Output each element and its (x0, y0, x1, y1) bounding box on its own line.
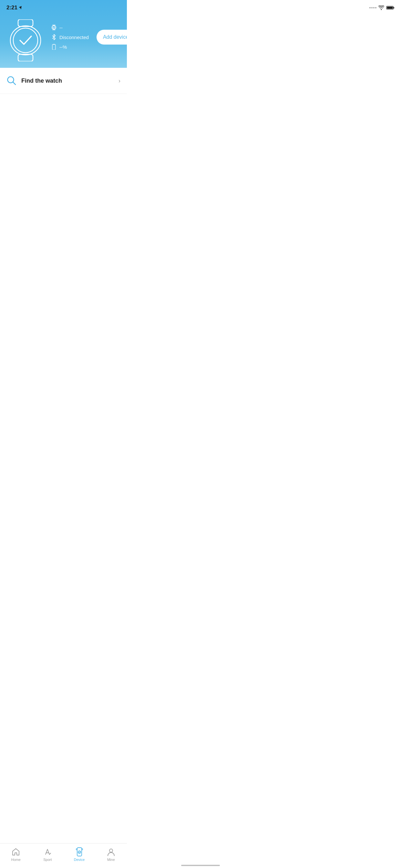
device-info: -- Disconnected --% (51, 25, 89, 50)
add-device-button[interactable]: Add device (96, 30, 127, 44)
location-icon (19, 6, 23, 10)
svg-rect-6 (18, 54, 33, 61)
svg-point-9 (53, 26, 56, 29)
battery-row: --% (51, 44, 89, 50)
main-content: Find the watch › (0, 68, 127, 94)
status-bar: 2:21 (0, 0, 127, 13)
device-model-row: -- (51, 25, 89, 30)
svg-rect-3 (18, 20, 33, 27)
chevron-right-icon: › (119, 78, 120, 84)
svg-rect-10 (53, 29, 55, 30)
status-time: 2:21 (6, 4, 23, 11)
svg-point-5 (13, 28, 38, 53)
time-display: 2:21 (6, 4, 18, 11)
bluetooth-icon (51, 34, 57, 40)
device-model-value: -- (59, 25, 63, 30)
svg-rect-12 (52, 44, 56, 50)
watch-model-icon (51, 25, 57, 30)
watch-illustration (8, 20, 43, 55)
find-watch-row[interactable]: Find the watch › (0, 68, 127, 94)
device-battery-icon (51, 44, 57, 50)
find-watch-icon (6, 75, 17, 86)
bluetooth-row: Disconnected (51, 34, 89, 40)
svg-line-14 (13, 82, 16, 85)
svg-rect-4 (10, 26, 41, 55)
battery-level-value: --% (59, 44, 67, 50)
find-watch-label: Find the watch (21, 78, 119, 84)
connection-status: Disconnected (59, 35, 89, 40)
